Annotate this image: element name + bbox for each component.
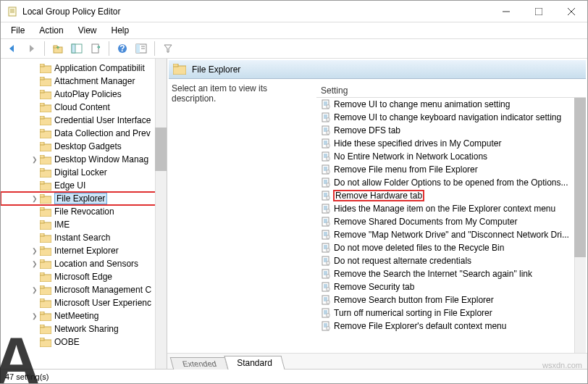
setting-item[interactable]: Remove File Explorer's default context m… <box>316 320 586 333</box>
setting-item[interactable]: Remove Shared Documents from My Computer <box>316 215 586 228</box>
folder-icon <box>40 116 51 125</box>
tree-item[interactable]: ❯Location and Sensors <box>1 257 167 270</box>
column-header-setting[interactable]: Setting <box>316 83 586 98</box>
tree-item[interactable]: Microsoft Edge <box>1 270 167 283</box>
setting-item[interactable]: Remove UI to change keyboard navigation … <box>316 111 586 124</box>
close-button[interactable] <box>555 1 587 22</box>
setting-item[interactable]: No Entire Network in Network Locations <box>316 150 586 163</box>
tree-item[interactable]: Network Sharing <box>1 322 167 335</box>
setting-item[interactable]: Hide these specified drives in My Comput… <box>316 137 586 150</box>
tab-extended[interactable]: Extended <box>170 357 229 370</box>
folder-icon <box>40 77 51 86</box>
tree-item-label: Desktop Window Manag <box>54 154 148 164</box>
export-button[interactable] <box>87 40 104 57</box>
tree-item-label: Attachment Manager <box>54 76 135 86</box>
path-header-label: File Explorer <box>192 64 240 75</box>
tree-item-label: Microsoft Edge <box>54 272 112 282</box>
tree-item[interactable]: Credential User Interface <box>1 114 167 127</box>
maximize-button[interactable] <box>522 1 555 22</box>
tree-item[interactable]: ❯Microsoft Management C <box>1 283 167 296</box>
folder-icon <box>40 285 51 295</box>
scrollbar-thumb[interactable] <box>155 128 167 171</box>
filter-button[interactable] <box>159 40 177 57</box>
tree-item-label: Location and Sensors <box>54 259 138 269</box>
tree-item[interactable]: ❯File Explorer <box>1 192 167 205</box>
menu-file[interactable]: File <box>4 24 32 37</box>
svg-point-69 <box>327 105 330 109</box>
setting-item[interactable]: Remove Security tab <box>316 280 586 293</box>
content-area: Application CompatibilitAttachment Manag… <box>1 59 587 369</box>
tab-standard[interactable]: Standard <box>224 356 285 370</box>
setting-item[interactable]: Remove the Search the Internet "Search a… <box>316 267 586 280</box>
minimize-button[interactable] <box>490 1 522 22</box>
window-title: Local Group Policy Editor <box>22 7 490 17</box>
setting-item[interactable]: Do not allow Folder Options to be opened… <box>316 176 586 189</box>
menu-action[interactable]: Action <box>32 24 70 37</box>
setting-label: Remove DFS tab <box>334 125 400 135</box>
tree-item[interactable]: Instant Search <box>1 231 167 244</box>
setting-label: Remove File Explorer's default context m… <box>334 321 506 331</box>
show-hide-tree-button[interactable] <box>68 40 85 57</box>
properties-button[interactable] <box>133 40 150 57</box>
tree-item[interactable]: Digital Locker <box>1 166 167 179</box>
svg-rect-20 <box>40 64 44 67</box>
setting-item[interactable]: Remove UI to change menu animation setti… <box>316 98 586 111</box>
tree-item[interactable]: ❯NetMeeting <box>1 309 167 322</box>
svg-rect-36 <box>40 168 44 171</box>
up-button[interactable] <box>49 40 67 57</box>
setting-item[interactable]: Turn off numerical sorting in File Explo… <box>316 306 586 320</box>
tree-item[interactable]: Desktop Gadgets <box>1 140 167 153</box>
setting-label: Turn off numerical sorting in File Explo… <box>334 308 492 318</box>
tree-item[interactable]: Edge UI <box>1 179 167 192</box>
setting-item[interactable]: Remove Search button from File Explorer <box>316 293 586 306</box>
svg-point-149 <box>327 314 330 317</box>
tree-item[interactable]: ❯Internet Explorer <box>1 244 167 257</box>
tree-item-label: Network Sharing <box>54 324 119 334</box>
folder-icon <box>173 64 186 75</box>
setting-item[interactable]: Do not request alternate credentials <box>316 254 586 267</box>
back-button[interactable] <box>4 40 21 57</box>
policy-icon <box>321 204 331 214</box>
svg-rect-5 <box>535 8 542 15</box>
folder-icon <box>40 220 51 230</box>
forward-button[interactable] <box>22 40 40 57</box>
setting-label: Hides the Manage item on the File Explor… <box>334 204 555 214</box>
setting-item[interactable]: Remove Hardware tab <box>316 189 586 202</box>
svg-point-139 <box>327 288 330 291</box>
help-button[interactable]: ? <box>114 40 131 57</box>
svg-rect-58 <box>40 312 44 314</box>
menu-view[interactable]: View <box>71 24 104 37</box>
setting-item[interactable]: Remove "Map Network Drive" and "Disconne… <box>316 228 586 241</box>
svg-point-94 <box>327 170 330 174</box>
setting-item[interactable]: Remove DFS tab <box>316 124 586 137</box>
tree-item-label: Cloud Content <box>54 102 110 112</box>
tree-item[interactable]: AutoPlay Policies <box>1 88 167 101</box>
svg-rect-50 <box>40 259 44 262</box>
tree-item[interactable]: Application Compatibilit <box>1 62 167 75</box>
tree-item[interactable]: File Revocation <box>1 205 167 218</box>
menu-help[interactable]: Help <box>104 24 137 37</box>
tree-item-label: IME <box>54 220 70 230</box>
svg-rect-54 <box>40 285 44 288</box>
tree-item[interactable]: ❯Desktop Window Manag <box>1 153 167 166</box>
tree-item[interactable]: IME <box>1 218 167 231</box>
tree-item[interactable]: OOBE <box>1 335 167 348</box>
svg-point-119 <box>327 235 330 239</box>
tree-item[interactable]: Microsoft User Experienc <box>1 296 167 309</box>
scrollbar[interactable] <box>155 59 167 369</box>
watermark: wsxdn.com <box>542 361 582 370</box>
svg-point-129 <box>327 262 330 265</box>
tree-item-label: Data Collection and Prev <box>54 128 151 138</box>
scrollbar-thumb[interactable] <box>574 98 586 257</box>
folder-icon <box>40 299 51 308</box>
policy-icon <box>321 138 331 149</box>
setting-item[interactable]: Do not move deleted files to the Recycle… <box>316 241 586 254</box>
tree-item[interactable]: Data Collection and Prev <box>1 127 167 140</box>
setting-item[interactable]: Remove File menu from File Explorer <box>316 163 586 176</box>
svg-rect-16 <box>136 44 140 53</box>
tree-item[interactable]: Cloud Content <box>1 101 167 114</box>
policy-icon <box>321 99 331 109</box>
policy-icon <box>321 164 331 175</box>
tree-item[interactable]: Attachment Manager <box>1 75 167 88</box>
setting-item[interactable]: Hides the Manage item on the File Explor… <box>316 202 586 215</box>
